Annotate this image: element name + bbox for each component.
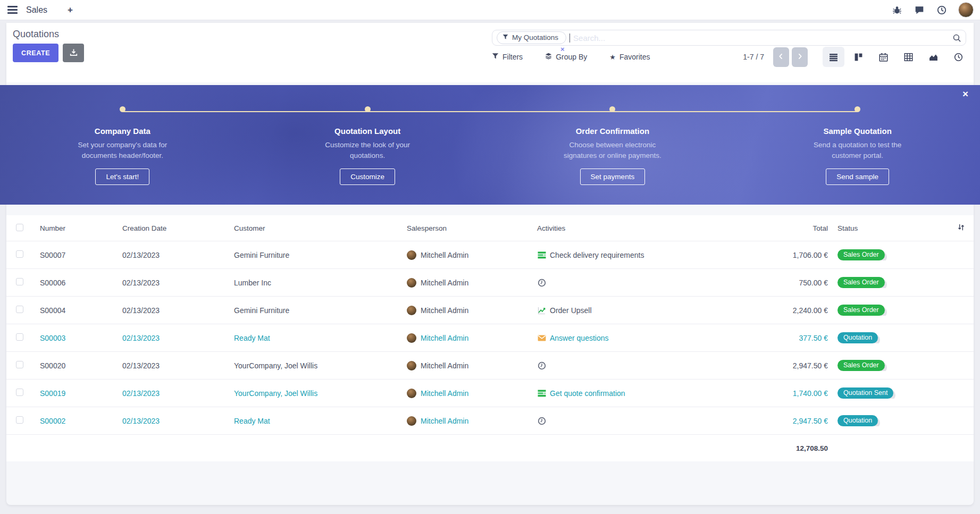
row-checkbox[interactable]: [16, 278, 23, 285]
hamburger-icon[interactable]: [7, 6, 18, 14]
cell-status: Quotation: [828, 332, 950, 343]
header-creation-date[interactable]: Creation Date: [115, 224, 227, 232]
timeline-dot-icon: [120, 106, 125, 112]
search-input[interactable]: [570, 33, 952, 43]
row-checkbox[interactable]: [16, 416, 23, 424]
header-total[interactable]: Total: [753, 224, 828, 232]
graph-view-icon[interactable]: [923, 47, 944, 67]
activity-text: Answer questions: [550, 334, 609, 342]
pivot-view-icon[interactable]: [898, 47, 919, 67]
cell-activities[interactable]: [530, 278, 753, 288]
salesperson-avatar: [407, 306, 416, 315]
chevron-right-icon: [797, 53, 803, 61]
table-row[interactable]: S00003 02/13/2023 Ready Mat Mitchell Adm…: [6, 324, 974, 351]
pager-previous-button[interactable]: [773, 47, 789, 67]
salesperson-name: Mitchell Admin: [421, 417, 468, 425]
user-avatar[interactable]: [958, 2, 974, 18]
cell-salesperson: Mitchell Admin: [400, 361, 530, 370]
status-badge: Quotation: [837, 415, 878, 426]
step-action-button[interactable]: Set payments: [580, 168, 646, 185]
quotations-list: Number Creation Date Customer Salesperso…: [6, 215, 974, 461]
step-title: Sample Quotation: [823, 127, 891, 136]
table-row[interactable]: S00002 02/13/2023 Ready Mat Mitchell Adm…: [6, 407, 974, 434]
footer-total: 12,708.50: [753, 444, 828, 452]
row-checkbox[interactable]: [16, 306, 23, 313]
messages-icon[interactable]: [914, 4, 925, 16]
pager-next-button[interactable]: [792, 47, 808, 67]
row-checkbox[interactable]: [16, 361, 23, 368]
header-salesperson[interactable]: Salesperson: [400, 224, 530, 232]
page-title: Quotations: [13, 29, 59, 40]
cell-activities[interactable]: Answer questions: [530, 333, 753, 343]
row-checkbox[interactable]: [16, 333, 23, 341]
cell-activities[interactable]: Order Upsell: [530, 306, 753, 315]
step-action-button[interactable]: Let's start!: [95, 168, 149, 185]
select-all-checkbox[interactable]: [16, 224, 23, 231]
table-row[interactable]: S00007 02/13/2023 Gemini Furniture Mitch…: [6, 241, 974, 268]
banner-close-icon[interactable]: ×: [962, 88, 968, 100]
status-badge: Sales Order: [837, 249, 885, 260]
cell-activities[interactable]: [530, 361, 753, 370]
chart-icon[interactable]: [537, 306, 547, 315]
clock-icon[interactable]: [537, 361, 547, 370]
clock-icon[interactable]: [537, 278, 547, 288]
table-row[interactable]: S00004 02/13/2023 Gemini Furniture Mitch…: [6, 296, 974, 324]
calendar-view-icon[interactable]: [873, 47, 894, 67]
favorites-button[interactable]: ★ Favorites: [609, 53, 650, 61]
activity-view-icon[interactable]: [948, 47, 969, 67]
view-switcher: [819, 47, 969, 67]
status-badge: Quotation: [837, 332, 878, 343]
step-description: Choose between electronicsignatures or o…: [564, 140, 661, 162]
create-button[interactable]: CREATE: [13, 44, 58, 62]
group-by-button[interactable]: Group By: [545, 53, 587, 61]
timeline-dot-icon: [365, 106, 371, 112]
cell-activities[interactable]: [530, 416, 753, 426]
clock-icon[interactable]: [537, 416, 547, 426]
cell-creation-date: 02/13/2023: [115, 417, 227, 425]
search-bar[interactable]: My Quotations ×: [492, 30, 966, 46]
facet-label: My Quotations: [512, 33, 558, 41]
envelope-icon[interactable]: [537, 333, 547, 343]
table-row[interactable]: S00020 02/13/2023 YourCompany, Joel Will…: [6, 351, 974, 379]
onboarding-step: Sample Quotation Send a quotation to tes…: [735, 85, 980, 205]
header-status[interactable]: Status: [828, 224, 950, 232]
cell-activities[interactable]: Check delivery requirements: [530, 250, 753, 260]
bug-icon[interactable]: [891, 4, 903, 16]
cell-status: Quotation: [828, 415, 950, 426]
onboarding-banner: Company Data Set your company's data for…: [0, 85, 980, 205]
header-number[interactable]: Number: [33, 224, 115, 232]
salesperson-name: Mitchell Admin: [421, 306, 468, 315]
cell-customer: Ready Mat: [227, 417, 400, 425]
list-view-icon[interactable]: [823, 47, 844, 67]
onboarding-step: Quotation Layout Customize the look of y…: [245, 85, 490, 205]
filters-button[interactable]: Filters: [492, 53, 523, 61]
facet-remove-icon[interactable]: ×: [560, 45, 565, 53]
step-action-button[interactable]: Send sample: [826, 168, 889, 185]
cell-total: 1,740.00 €: [753, 389, 828, 398]
search-icon[interactable]: [952, 33, 961, 43]
step-action-button[interactable]: Customize: [340, 168, 395, 185]
search-facet-my-quotations[interactable]: My Quotations: [497, 31, 566, 44]
cell-activities[interactable]: Get quote confirmation: [530, 389, 753, 398]
cell-total: 2,947.50 €: [753, 361, 828, 370]
new-tab-button[interactable]: +: [68, 5, 73, 15]
tasks-icon[interactable]: [537, 389, 547, 398]
export-button[interactable]: [63, 44, 84, 62]
control-panel: Quotations CREATE My Quotations × Filter…: [6, 23, 974, 82]
activity-text: Order Upsell: [550, 306, 592, 315]
row-checkbox[interactable]: [16, 250, 23, 258]
group-by-label: Group By: [556, 53, 587, 61]
activities-clock-icon[interactable]: [936, 4, 948, 16]
chevron-left-icon: [778, 53, 784, 61]
cell-total: 2,240.00 €: [753, 306, 828, 315]
kanban-view-icon[interactable]: [848, 47, 869, 67]
table-row[interactable]: S00019 02/13/2023 YourCompany, Joel Will…: [6, 379, 974, 407]
table-row[interactable]: S00006 02/13/2023 Lumber Inc Mitchell Ad…: [6, 268, 974, 296]
tasks-icon[interactable]: [537, 250, 547, 260]
optional-columns-icon[interactable]: [957, 223, 965, 233]
app-menu-sales[interactable]: Sales: [26, 5, 47, 15]
row-checkbox[interactable]: [16, 389, 23, 396]
header-activities[interactable]: Activities: [530, 224, 753, 232]
header-customer[interactable]: Customer: [227, 224, 400, 232]
cell-number: S00007: [33, 251, 115, 259]
